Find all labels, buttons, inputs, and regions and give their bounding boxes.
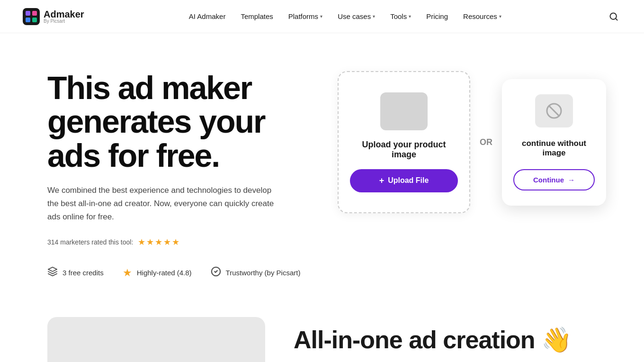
bottom-content: All-in-one ad creation 👋 [294,317,572,353]
slash-circle-icon [546,102,563,119]
svg-rect-4 [32,18,37,22]
logo-icon [23,8,40,25]
nav-use-cases[interactable]: Use cases ▾ [332,9,381,24]
nav-links: AI Admaker Templates Platforms ▾ Use cas… [183,9,507,24]
svg-line-8 [549,106,559,116]
or-divider: OR [480,137,492,147]
nav-ai-admaker[interactable]: AI Admaker [183,9,232,24]
badge-free-credits-label: 3 free credits [63,269,104,277]
upload-card: Upload your product image + Upload File [338,71,470,213]
star-4: ★ [163,237,171,247]
svg-rect-2 [32,11,37,16]
svg-rect-0 [23,8,40,25]
continue-button[interactable]: Continue → [513,169,595,190]
logo-admaker-text: Admaker [44,9,84,19]
hero-title: This ad maker generates your ads for fre… [47,71,313,172]
hero-subtitle: We combined the best experience and tech… [47,184,284,224]
badge-highly-rated-label: Highly-rated (4.8) [137,269,192,277]
upload-placeholder-image [380,92,428,130]
upload-card-title: Upload your product image [350,140,458,160]
check-circle-icon [211,266,221,279]
bottom-section: All-in-one ad creation 👋 [0,298,644,362]
search-icon [609,12,618,21]
badge-trustworthy-label: Trustworthy (by Picsart) [226,269,301,277]
star-rating: ★ ★ ★ ★ ★ [138,237,179,247]
logo[interactable]: Admaker By Picsart [23,8,84,25]
no-image-icon [535,94,573,127]
badge-free-credits: 3 free credits [47,266,104,279]
badge-trustworthy: Trustworthy (by Picsart) [211,266,301,279]
chevron-down-icon: ▾ [499,14,501,19]
bottom-title: All-in-one ad creation 👋 [294,326,572,353]
trust-badges: 3 free credits ★ Highly-rated (4.8) Trus… [0,266,644,298]
logo-picsart-text: By Picsart [44,19,84,24]
svg-line-6 [616,18,617,20]
nav-resources[interactable]: Resources ▾ [457,9,507,24]
badge-highly-rated: ★ Highly-rated (4.8) [123,267,192,279]
star-3: ★ [155,237,162,247]
star-filled-icon: ★ [123,267,132,279]
nav-tools[interactable]: Tools ▾ [385,9,417,24]
hero-rating: 314 marketers rated this tool: ★ ★ ★ ★ ★ [47,237,313,247]
continue-card: continue without image Continue → [502,79,606,206]
chevron-down-icon: ▾ [373,14,375,19]
bottom-preview-card [47,317,265,362]
svg-rect-1 [26,11,30,16]
hero-content: This ad maker generates your ads for fre… [47,62,313,247]
hero-cta: Upload your product image + Upload File … [338,71,606,213]
search-button[interactable] [606,9,621,24]
upload-file-button[interactable]: + Upload File [350,169,458,192]
nav-pricing[interactable]: Pricing [420,9,454,24]
chevron-down-icon: ▾ [409,14,411,19]
continue-card-title: continue without image [513,139,595,158]
arrow-icon: → [568,176,575,184]
svg-rect-3 [26,18,30,22]
star-1: ★ [138,237,145,247]
chevron-down-icon: ▾ [320,14,322,19]
star-5: ★ [172,237,179,247]
hero-section: This ad maker generates your ads for fre… [0,33,644,266]
navigation: Admaker By Picsart AI Admaker Templates … [0,0,644,33]
rating-text: 314 marketers rated this tool: [47,238,133,246]
nav-platforms[interactable]: Platforms ▾ [283,9,328,24]
star-2: ★ [146,237,154,247]
nav-templates[interactable]: Templates [235,9,278,24]
plus-icon: + [379,176,385,186]
stack-icon [47,266,58,279]
